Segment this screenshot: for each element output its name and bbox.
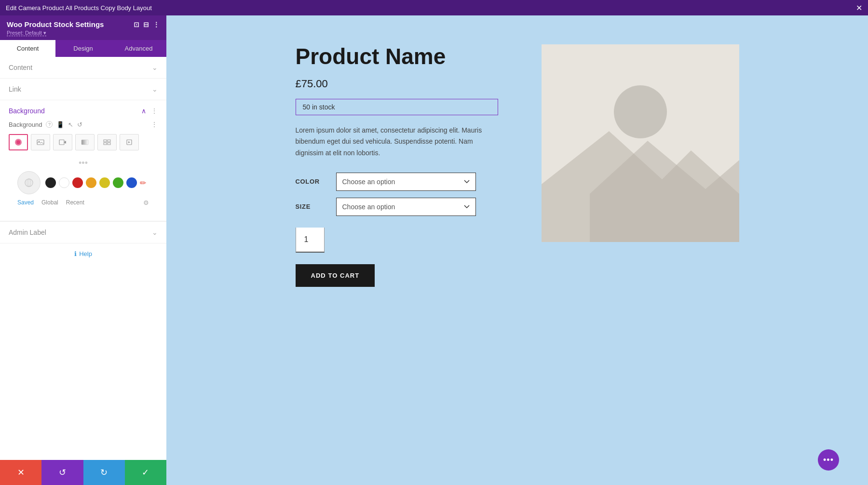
content-section-row[interactable]: Content ⌄	[0, 57, 166, 79]
color-swatch-blue[interactable]	[126, 177, 137, 188]
size-option-row: SIZE Choose an option	[296, 198, 513, 216]
color-swatch-white[interactable]	[59, 177, 69, 188]
bg-mobile-icon[interactable]: 📱	[56, 121, 64, 128]
close-icon[interactable]: ✕	[856, 3, 862, 13]
save-button[interactable]: ✓	[125, 460, 166, 485]
add-to-cart-button[interactable]: ADD TO CART	[296, 264, 375, 287]
size-option-label: SIZE	[296, 203, 325, 210]
product-price: £75.00	[296, 78, 513, 90]
title-bar: Edit Camera Product All Products Copy Bo…	[0, 0, 868, 15]
tab-content[interactable]: Content	[0, 40, 55, 57]
color-swatch-yellow[interactable]	[99, 177, 110, 188]
color-preview-circle[interactable]	[17, 171, 41, 194]
help-link[interactable]: ℹ Help	[9, 250, 158, 257]
undo-button[interactable]: ↺	[41, 460, 83, 485]
more-options-icon[interactable]: ⋮	[153, 21, 160, 28]
product-image-placeholder	[542, 44, 739, 242]
product-description: Lorem ipsum dolor sit amet, consectetur …	[296, 125, 498, 159]
redo-button[interactable]: ↻	[83, 460, 125, 485]
size-option-select[interactable]: Choose an option	[336, 198, 476, 216]
svg-rect-6	[104, 143, 107, 145]
background-header: Background ∧ ⋮	[9, 107, 158, 115]
color-option-row: COLOR Choose an option	[296, 173, 513, 191]
color-option-select[interactable]: Choose an option	[336, 173, 476, 191]
preset-label[interactable]: Preset: Default ▾	[7, 30, 160, 36]
svg-rect-5	[108, 140, 110, 142]
color-settings-icon[interactable]: ⚙	[143, 199, 149, 206]
color-tabs: Saved Global Recent ⚙	[17, 199, 149, 206]
bg-label-text: Background	[9, 121, 42, 128]
link-chevron-icon: ⌄	[152, 85, 158, 93]
sidebar-footer: ✕ ↺ ↻ ✓	[0, 460, 166, 485]
background-collapse-icon[interactable]: ∧	[141, 107, 146, 115]
main-content-area: Product Name £75.00 50 in stock Lorem ip…	[166, 15, 868, 485]
floating-dots-button[interactable]: •••	[818, 449, 839, 471]
background-more-icon[interactable]: ⋮	[151, 107, 158, 115]
sidebar-content: Content ⌄ Link ⌄ Background ∧ ⋮	[0, 57, 166, 460]
bg-reset-icon[interactable]: ↺	[77, 121, 82, 128]
bg-help-icon[interactable]: ?	[46, 121, 53, 128]
content-section-label: Content	[9, 64, 32, 71]
svg-point-13	[614, 85, 667, 138]
color-tab-recent[interactable]: Recent	[66, 199, 84, 206]
color-swatch-black[interactable]	[45, 177, 56, 188]
grid-icon[interactable]: ⊟	[143, 21, 149, 28]
color-swatch-red[interactable]	[72, 177, 83, 188]
color-swatches-row: ✏	[45, 177, 146, 188]
admin-label-section[interactable]: Admin Label ⌄	[0, 221, 166, 243]
color-tab-saved[interactable]: Saved	[17, 199, 34, 206]
color-preview-area: ✏	[17, 171, 149, 194]
svg-rect-7	[108, 143, 110, 145]
bg-type-slideshow-btn[interactable]	[120, 134, 139, 150]
tab-design[interactable]: Design	[55, 40, 111, 57]
help-link-text: Help	[79, 250, 92, 257]
bg-controls-row: Background ? 📱 ↖ ↺ ⋮	[9, 121, 158, 128]
bg-type-gradient-btn[interactable]	[75, 134, 95, 150]
color-dots: •••	[17, 158, 149, 168]
svg-rect-2	[59, 140, 64, 145]
cancel-button[interactable]: ✕	[0, 460, 41, 485]
svg-rect-3	[81, 140, 88, 145]
bg-type-video-btn[interactable]	[53, 134, 72, 150]
color-tab-global[interactable]: Global	[41, 199, 58, 206]
quantity-input[interactable]	[296, 228, 325, 253]
link-section-row[interactable]: Link ⌄	[0, 79, 166, 100]
quantity-row	[296, 228, 513, 253]
product-name: Product Name	[296, 44, 513, 69]
product-details: Product Name £75.00 50 in stock Lorem ip…	[296, 44, 513, 287]
bg-type-buttons	[9, 134, 158, 150]
module-title-text: Woo Product Stock Settings	[7, 20, 104, 28]
bg-more-icon[interactable]: ⋮	[151, 121, 158, 128]
admin-label-text: Admin Label	[9, 229, 46, 236]
product-stock: 50 in stock	[296, 99, 498, 115]
background-section: Background ∧ ⋮ Background ? 📱 ↖ ↺ ⋮	[0, 100, 166, 221]
sidebar-header: Woo Product Stock Settings ⊡ ⊟ ⋮ Preset:…	[0, 15, 166, 40]
product-container: Product Name £75.00 50 in stock Lorem ip…	[296, 44, 739, 287]
bg-type-image-btn[interactable]	[31, 134, 50, 150]
bg-type-color-btn[interactable]	[9, 134, 28, 150]
bg-type-pattern-btn[interactable]	[97, 134, 117, 150]
color-pencil-icon[interactable]: ✏	[140, 178, 146, 188]
link-section-label: Link	[9, 85, 21, 93]
background-section-label: Background	[9, 107, 45, 115]
color-option-label: COLOR	[296, 178, 325, 185]
module-title-row: Woo Product Stock Settings ⊡ ⊟ ⋮	[7, 20, 160, 28]
color-swatch-orange[interactable]	[86, 177, 96, 188]
color-swatches-section: ••• ✏	[9, 158, 158, 214]
bg-cursor-icon[interactable]: ↖	[68, 121, 73, 128]
svg-rect-4	[104, 140, 107, 142]
title-bar-text: Edit Camera Product All Products Copy Bo…	[6, 4, 152, 12]
tab-advanced[interactable]: Advanced	[111, 40, 166, 57]
help-circle-icon: ℹ	[74, 250, 77, 257]
content-chevron-icon: ⌄	[152, 64, 158, 71]
admin-label-chevron-icon: ⌄	[152, 229, 158, 236]
responsive-icon[interactable]: ⊡	[134, 21, 139, 28]
sidebar: Woo Product Stock Settings ⊡ ⊟ ⋮ Preset:…	[0, 15, 166, 485]
product-options: COLOR Choose an option SIZE Choose an op…	[296, 173, 513, 216]
help-section: ℹ Help	[0, 243, 166, 264]
color-swatch-green[interactable]	[113, 177, 123, 188]
sidebar-tabs: Content Design Advanced	[0, 40, 166, 57]
